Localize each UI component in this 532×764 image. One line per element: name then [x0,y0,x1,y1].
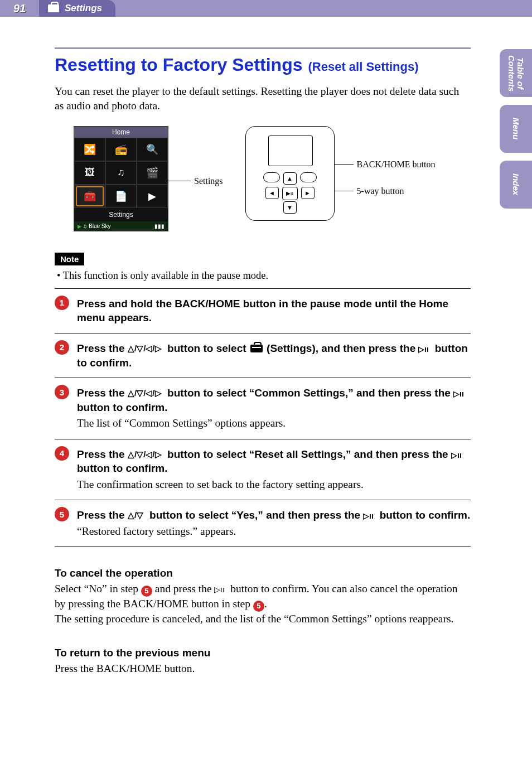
dpad-4way-icon: △/▽/◁/▷ [128,344,165,353]
grid-cell-photo-icon: 🖼 [74,161,105,185]
step-number-3: 3 [55,385,69,399]
grid-cell-nowplaying-icon: ▶ [137,185,168,208]
play-pause-button-icon: ▶ıı [282,187,298,200]
left-button-icon: ◄ [265,187,279,199]
note-bullet: This function is only available in the p… [55,270,471,282]
screen-status-track: ♫ Blue Sky [83,223,111,229]
svg-text:△/▽/◁/▷: △/▽/◁/▷ [128,389,162,398]
svg-text:▷ıı: ▷ıı [453,390,464,398]
dpad-2way-icon: △/▽ [128,511,147,520]
step-5-text: Press the △/▽ button to select “Yes,” an… [77,508,471,523]
cancel-paragraph: Select “No” in step 5 and press the ▷ıı … [55,582,471,627]
section-label: Settings [65,3,102,14]
section-tab: Settings [39,0,115,17]
step-number-2: 2 [55,340,69,355]
title-rule [55,47,471,49]
callout-5way: 5-way button [335,186,436,196]
grid-cell-radio-icon: 📻 [105,138,137,161]
step-4: 4 Press the △/▽/◁/▷ button to select “Re… [55,439,471,500]
svg-text:△/▽/◁/▷: △/▽/◁/▷ [128,344,162,353]
callout-backhome: BACK/HOME button [335,159,436,170]
step-4-body: The confirmation screen to set back to t… [77,477,471,492]
illustration-row: Home 🔀 📻 🔍 🖼 ♫ 🎬 🧰 📄 ▶ Settings ▶ ♫ Blue… [74,126,471,231]
grid-cell-shuffle-icon: 🔀 [74,138,105,161]
title-sub: (Reset all Settings) [308,60,419,74]
step-1-text: Press and hold the BACK/HOME button in t… [77,297,471,325]
grid-cell-video-icon: 🎬 [137,161,168,185]
header-bar: 91 Settings [0,0,532,17]
step-3-body: The list of “Common Settings” options ap… [77,416,471,431]
toolbox-icon [48,4,59,12]
dpad-4way-icon: △/▽/◁/▷ [128,389,165,398]
headphone-icon [263,172,280,182]
svg-text:▷ıı: ▷ıı [418,345,429,353]
play-pause-icon: ▷ıı [453,390,467,398]
step-5-body: “Restored factory settings.” appears. [77,524,471,539]
inline-step-5b: 5 [253,601,264,612]
page-number: 91 [0,0,39,17]
grid-cell-settings-icon: 🧰 [74,185,105,208]
step-3-text: Press the △/▽/◁/▷ button to select “Comm… [77,386,471,414]
return-body: Press the BACK/HOME button. [55,661,471,676]
return-heading: To return to the previous menu [55,647,471,659]
step-1: 1 Press and hold the BACK/HOME button in… [55,288,471,333]
play-pause-icon: ▷ıı [214,586,228,593]
right-button-icon: ► [301,187,315,199]
svg-text:▷ıı: ▷ıı [451,451,462,459]
player-screen-mock: Home 🔀 📻 🔍 🖼 ♫ 🎬 🧰 📄 ▶ Settings ▶ ♫ Blue… [74,126,168,231]
step-2-text: Press the △/▽/◁/▷ button to select (Sett… [77,341,471,370]
player-outline: ▲ ◄ ▶ıı ► ▼ [245,126,335,221]
step-number-4: 4 [55,446,69,461]
grid-cell-playlist-icon: 📄 [105,185,137,208]
dpad-4way-icon: △/▽/◁/▷ [128,450,165,459]
grid-cell-music-icon: ♫ [105,161,137,185]
svg-text:▷ıı: ▷ıı [363,512,374,520]
screen-home-title: Home [74,127,168,138]
svg-text:▷ıı: ▷ıı [214,586,225,593]
back-home-button-icon [300,172,317,182]
step-5: 5 Press the △/▽ button to select “Yes,” … [55,500,471,547]
step-number-1: 1 [55,296,69,310]
step-3: 3 Press the △/▽/◁/▷ button to select “Co… [55,378,471,439]
toolbox-inline-icon [250,345,263,352]
screen-selected-caption: Settings [74,208,168,221]
player-outline-screen [268,136,313,166]
lead-text: You can reset the player to the default … [55,84,471,114]
inline-step-5a: 5 [141,586,152,597]
up-button-icon: ▲ [283,172,297,185]
svg-text:△/▽: △/▽ [128,511,143,520]
page-title-row: Resetting to Factory Settings (Reset all… [55,55,471,75]
down-button-icon: ▼ [283,201,297,214]
step-number-5: 5 [55,507,69,521]
cancel-heading: To cancel the operation [55,567,471,579]
battery-icon: ▮▮▮ [154,223,165,229]
step-2: 2 Press the △/▽/◁/▷ button to select (Se… [55,333,471,378]
play-pause-icon: ▷ıı [363,512,376,520]
note-tag: Note [55,253,84,265]
play-pause-icon: ▷ıı [451,451,465,459]
title-main: Resetting to Factory Settings [55,55,303,75]
step-4-text: Press the △/▽/◁/▷ button to select “Rese… [77,447,471,476]
play-pause-icon: ▷ıı [418,345,432,353]
svg-text:△/▽/◁/▷: △/▽/◁/▷ [128,450,162,459]
steps-list: 1 Press and hold the BACK/HOME button in… [55,288,471,548]
grid-cell-search-icon: 🔍 [137,138,168,161]
callout-settings: Settings [168,176,223,186]
screen-status-bar: ▶ ♫ Blue Sky ▮▮▮ [74,221,168,231]
